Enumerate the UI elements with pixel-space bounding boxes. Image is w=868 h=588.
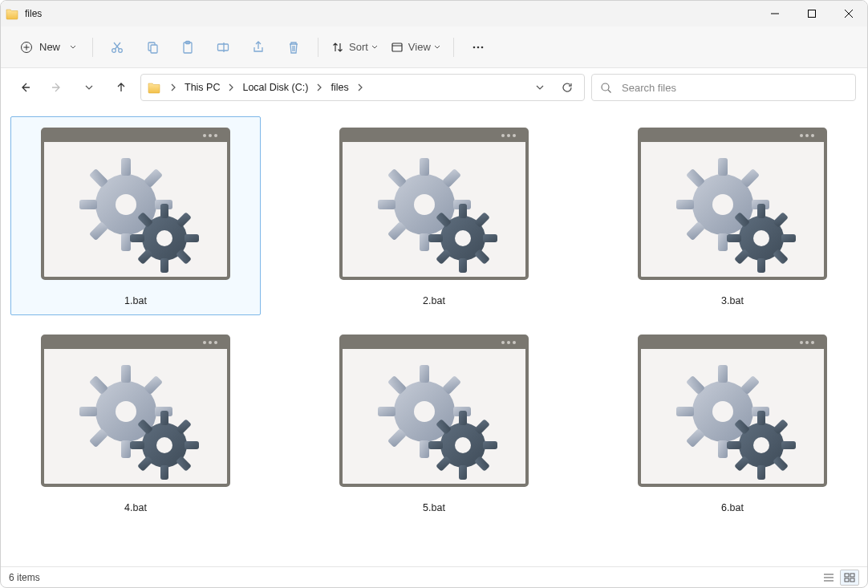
chevron-down-icon (434, 44, 440, 51)
file-tile[interactable]: 5.bat (309, 323, 559, 522)
clipboard-icon (180, 40, 195, 55)
chevron-right-icon (355, 83, 365, 91)
new-button[interactable]: New (12, 33, 84, 62)
sort-label: Sort (349, 41, 368, 53)
bat-file-icon (35, 327, 236, 496)
sort-icon (331, 41, 344, 54)
new-label: New (39, 41, 60, 53)
toolbar-separator (318, 38, 318, 57)
chevron-right-icon (314, 83, 324, 91)
window-title: files (23, 8, 42, 19)
recent-locations-button[interactable] (76, 75, 102, 100)
file-explorer-window: files New (0, 0, 868, 588)
svg-rect-39 (845, 578, 849, 582)
search-icon (600, 82, 612, 94)
rename-button[interactable] (207, 33, 239, 62)
address-bar[interactable]: This PC Local Disk (C:) files (140, 74, 585, 101)
bat-file-icon (35, 120, 236, 289)
copy-icon (145, 40, 160, 55)
breadcrumb-item[interactable]: files (327, 79, 351, 96)
view-label: View (408, 41, 431, 53)
svg-rect-31 (218, 44, 229, 51)
svg-point-33 (473, 46, 476, 48)
thumbnails-view-button[interactable] (840, 570, 859, 586)
svg-point-36 (602, 83, 609, 91)
more-button[interactable] (462, 33, 494, 62)
trash-icon (286, 40, 301, 55)
navigation-row: This PC Local Disk (C:) files (1, 68, 867, 107)
file-tile[interactable]: 6.bat (607, 323, 858, 522)
breadcrumb: This PC Local Disk (C:) files (181, 79, 525, 96)
titlebar[interactable]: files (1, 1, 867, 26)
svg-rect-23 (809, 10, 816, 18)
refresh-button[interactable] (555, 75, 579, 99)
file-tile[interactable]: 1.bat (10, 116, 261, 315)
close-button[interactable] (830, 1, 867, 26)
bat-file-icon (632, 120, 833, 289)
svg-rect-37 (845, 574, 849, 577)
svg-rect-38 (850, 574, 854, 577)
file-name: 1.bat (124, 295, 147, 311)
sort-button[interactable]: Sort (327, 33, 383, 62)
address-dropdown-button[interactable] (528, 75, 552, 99)
back-button[interactable] (12, 75, 38, 100)
file-tile[interactable]: 4.bat (10, 323, 261, 522)
search-box[interactable] (591, 74, 856, 101)
svg-point-34 (477, 46, 480, 48)
bat-file-icon (632, 327, 833, 496)
chevron-right-icon (168, 83, 178, 91)
maximize-button[interactable] (793, 1, 830, 26)
svg-rect-28 (151, 45, 157, 53)
paste-button[interactable] (172, 33, 204, 62)
chevron-right-icon (226, 83, 236, 91)
chevron-down-icon (371, 44, 378, 51)
window-folder-icon (1, 7, 23, 20)
view-button[interactable]: View (386, 33, 445, 62)
file-name: 4.bat (124, 502, 147, 518)
breadcrumb-item[interactable]: Local Disk (C:) (239, 79, 311, 96)
search-input[interactable] (620, 81, 847, 95)
share-icon (251, 40, 266, 55)
svg-point-25 (112, 48, 116, 52)
breadcrumb-item[interactable]: This PC (181, 79, 223, 96)
copy-button[interactable] (136, 33, 168, 62)
rename-icon (216, 40, 230, 55)
bat-file-icon (334, 327, 534, 496)
ellipsis-icon (472, 41, 485, 54)
file-name: 3.bat (721, 295, 744, 311)
cut-button[interactable] (101, 33, 133, 62)
share-button[interactable] (242, 33, 274, 62)
plus-circle-icon (20, 41, 33, 54)
svg-rect-40 (850, 578, 854, 582)
status-bar: 6 items (1, 566, 867, 587)
delete-button[interactable] (278, 33, 310, 62)
file-name: 5.bat (423, 502, 445, 518)
file-name: 6.bat (721, 502, 744, 518)
item-count: 6 items (9, 572, 40, 583)
file-list[interactable]: 1.bat 2.bat 3.bat 4.bat 5.bat 6.bat (1, 107, 867, 566)
chevron-down-icon (70, 44, 76, 51)
svg-point-26 (119, 48, 123, 52)
scissors-icon (110, 40, 124, 55)
forward-button[interactable] (44, 75, 70, 100)
folder-icon (148, 81, 162, 94)
toolbar: New (1, 26, 867, 68)
svg-rect-32 (392, 43, 402, 51)
details-view-button[interactable] (819, 570, 838, 586)
svg-point-35 (481, 46, 484, 48)
minimize-button[interactable] (756, 1, 793, 26)
file-name: 2.bat (423, 295, 445, 311)
view-icon (391, 41, 404, 54)
file-tile[interactable]: 3.bat (607, 116, 858, 315)
toolbar-separator (453, 38, 454, 57)
toolbar-separator (92, 38, 93, 57)
file-tile[interactable]: 2.bat (309, 116, 559, 315)
up-button[interactable] (108, 75, 134, 100)
bat-file-icon (334, 120, 534, 289)
